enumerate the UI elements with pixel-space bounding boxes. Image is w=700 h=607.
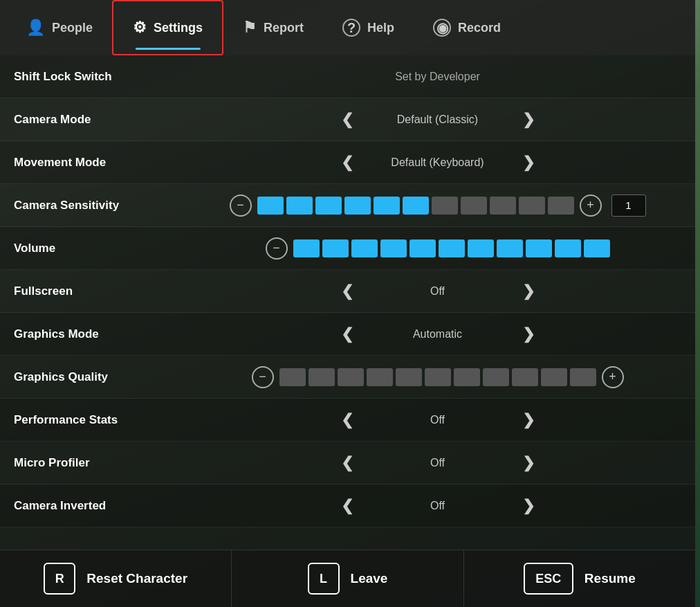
movement-mode-label: Movement Mode — [14, 156, 194, 170]
setting-row-performance-stats: Performance Stats ❮ Off ❯ — [0, 399, 695, 442]
camera-mode-value: Default (Classic) — [369, 114, 507, 126]
micro-profiler-value: Off — [369, 457, 507, 469]
leave-button[interactable]: L Leave — [232, 550, 463, 607]
resume-button[interactable]: ESC Resume — [464, 550, 695, 607]
nav-item-record[interactable]: ◉ Record — [414, 0, 520, 55]
graphics-mode-prev[interactable]: ❮ — [334, 323, 360, 346]
slider-block-6 — [454, 368, 480, 386]
camera-inverted-prev[interactable]: ❮ — [334, 494, 360, 518]
camera-inverted-control: ❮ Off ❯ — [194, 494, 681, 518]
movement-mode-value: Default (Keyboard) — [369, 156, 507, 169]
camera-sensitivity-input[interactable]: 1 — [611, 194, 646, 217]
action-bar: R Reset Character L Leave ESC Resume — [0, 550, 695, 607]
performance-stats-value: Off — [369, 414, 507, 426]
fullscreen-label: Fullscreen — [14, 284, 194, 298]
micro-profiler-label: Micro Profiler — [14, 456, 194, 470]
fullscreen-next[interactable]: ❯ — [515, 280, 542, 303]
performance-stats-control: ❮ Off ❯ — [194, 408, 681, 432]
slider-block-4 — [374, 197, 400, 215]
graphics-mode-control: ❮ Automatic ❯ — [194, 323, 681, 346]
shift-lock-value: Set by Developer — [369, 71, 507, 83]
fullscreen-control: ❮ Off ❯ — [194, 280, 681, 303]
slider-block-9 — [541, 368, 567, 386]
camera-sensitivity-decrease[interactable]: − — [230, 194, 252, 217]
micro-profiler-prev[interactable]: ❮ — [334, 451, 360, 475]
nav-label-report: Report — [264, 21, 304, 35]
slider-block-9 — [555, 239, 581, 257]
nav-item-people[interactable]: 👤 People — [7, 0, 112, 55]
camera-mode-label: Camera Mode — [14, 113, 194, 127]
volume-decrease[interactable]: − — [266, 237, 288, 260]
slider-block-9 — [519, 197, 545, 215]
slider-block-8 — [512, 368, 538, 386]
slider-block-5 — [425, 368, 451, 386]
camera-sensitivity-increase[interactable]: + — [580, 194, 602, 217]
micro-profiler-control: ❮ Off ❯ — [194, 451, 681, 475]
camera-sensitivity-label: Camera Sensitivity — [14, 199, 194, 212]
micro-profiler-next[interactable]: ❯ — [515, 451, 542, 475]
ui-overlay: 👤 People ⚙ Settings ⚑ Report ? Help ◉ Re… — [0, 0, 695, 607]
volume-label: Volume — [14, 242, 194, 255]
movement-mode-prev[interactable]: ❮ — [334, 151, 360, 174]
setting-row-camera-mode: Camera Mode ❮ Default (Classic) ❯ — [0, 98, 695, 141]
settings-icon: ⚙ — [133, 20, 147, 35]
slider-block-7 — [497, 239, 523, 257]
graphics-quality-decrease[interactable]: − — [252, 366, 274, 388]
movement-mode-control: ❮ Default (Keyboard) ❯ — [194, 151, 681, 174]
setting-row-micro-profiler: Micro Profiler ❮ Off ❯ — [0, 442, 695, 484]
camera-mode-next[interactable]: ❯ — [515, 108, 542, 132]
graphics-mode-value: Automatic — [369, 328, 507, 341]
slider-block-1 — [308, 368, 335, 386]
fullscreen-value: Off — [369, 285, 507, 298]
slider-block-8 — [490, 197, 516, 215]
nav-label-settings: Settings — [154, 21, 203, 35]
setting-row-graphics-quality: Graphics Quality − + — [0, 356, 695, 399]
slider-block-2 — [315, 197, 342, 215]
performance-stats-next[interactable]: ❯ — [515, 408, 542, 432]
performance-stats-label: Performance Stats — [14, 413, 194, 427]
reset-key-label: R — [55, 572, 64, 586]
graphics-mode-next[interactable]: ❯ — [515, 323, 542, 346]
record-icon: ◉ — [433, 19, 451, 37]
leave-label: Leave — [351, 571, 388, 586]
movement-mode-next[interactable]: ❯ — [515, 151, 542, 174]
camera-inverted-value: Off — [369, 500, 507, 512]
resume-key-label: ESC — [535, 572, 561, 586]
performance-stats-prev[interactable]: ❮ — [334, 408, 360, 432]
nav-item-settings[interactable]: ⚙ Settings — [112, 0, 223, 55]
camera-inverted-label: Camera Inverted — [14, 499, 194, 513]
graphics-quality-track — [279, 368, 596, 386]
camera-mode-prev[interactable]: ❮ — [334, 108, 360, 132]
reset-character-label: Reset Character — [86, 571, 187, 586]
slider-block-3 — [367, 368, 393, 386]
volume-control: − — [194, 237, 681, 260]
slider-block-3 — [380, 239, 407, 257]
camera-inverted-next[interactable]: ❯ — [515, 494, 542, 518]
slider-block-0 — [257, 197, 284, 215]
shift-lock-label: Shift Lock Switch — [14, 70, 194, 84]
slider-block-3 — [344, 197, 371, 215]
nav-label-record: Record — [458, 21, 501, 35]
camera-mode-control: ❮ Default (Classic) ❯ — [194, 108, 681, 132]
graphics-mode-label: Graphics Mode — [14, 327, 194, 341]
setting-row-volume: Volume − — [0, 227, 695, 270]
slider-block-10 — [570, 368, 596, 386]
graphics-quality-control: − + — [194, 366, 681, 388]
help-icon: ? — [342, 19, 360, 37]
nav-item-report[interactable]: ⚑ Report — [223, 0, 323, 55]
slider-block-10 — [548, 197, 574, 215]
slider-block-2 — [338, 368, 364, 386]
fullscreen-prev[interactable]: ❮ — [334, 280, 360, 303]
people-icon: 👤 — [26, 20, 45, 35]
settings-panel: Shift Lock Switch Set by Developer Camer… — [0, 55, 695, 550]
slider-block-6 — [432, 197, 458, 215]
reset-character-button[interactable]: R Reset Character — [0, 550, 232, 607]
nav-bar: 👤 People ⚙ Settings ⚑ Report ? Help ◉ Re… — [0, 0, 695, 55]
nav-label-people: People — [52, 21, 93, 35]
graphics-quality-increase[interactable]: + — [602, 366, 624, 388]
camera-sensitivity-control: − + 1 — [194, 194, 681, 217]
slider-block-4 — [409, 239, 436, 257]
nav-item-help[interactable]: ? Help — [323, 0, 414, 55]
setting-row-fullscreen: Fullscreen ❮ Off ❯ — [0, 270, 695, 313]
setting-row-camera-inverted: Camera Inverted ❮ Off ❯ — [0, 484, 695, 527]
